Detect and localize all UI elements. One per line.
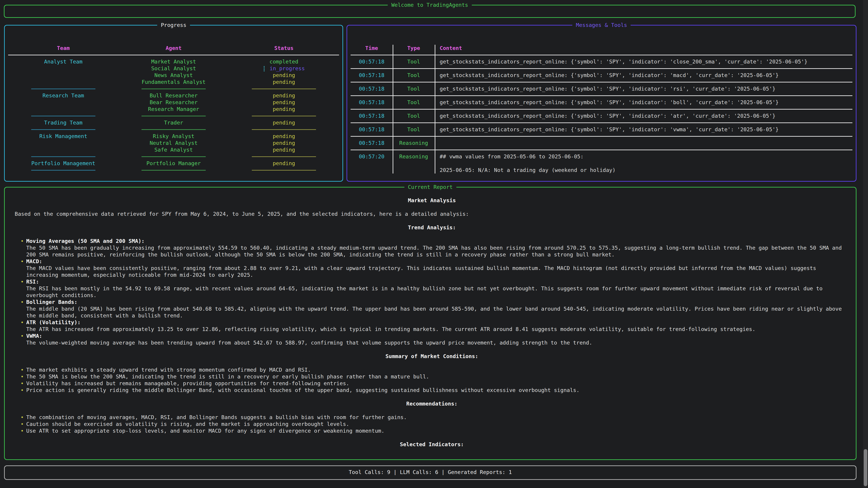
column-header-content: Content bbox=[435, 45, 852, 52]
report-intro: Based on the comprehensive data retrieve… bbox=[15, 210, 849, 217]
group-separator bbox=[8, 129, 119, 130]
messages-table: Time Type Content 00:57:18 Tool get_stoc… bbox=[350, 45, 852, 173]
scrollbar-thumb[interactable] bbox=[864, 449, 867, 486]
message-content: get_stockstats_indicators_report_online:… bbox=[435, 72, 852, 78]
status-badge: completed bbox=[270, 58, 298, 65]
bullet-item: •RSI:The RSI has been mostly in the 54.9… bbox=[15, 278, 849, 299]
message-time: 00:57:18 bbox=[350, 126, 393, 133]
message-type: Tool bbox=[393, 126, 435, 133]
bullet-item: •Bollinger Bands:The middle band (20 SMA… bbox=[15, 299, 849, 319]
bullet-item: •ATR (Volatility):The ATR has increased … bbox=[15, 319, 849, 332]
status-badge: pending bbox=[273, 119, 295, 126]
group-separator bbox=[229, 129, 339, 130]
section-heading-recommendations: Recommendations: bbox=[15, 400, 849, 407]
agent-label: Bear Researcher bbox=[150, 99, 197, 106]
status-badge: pending bbox=[273, 78, 295, 86]
status-badge: pending bbox=[273, 106, 295, 112]
status-badge: ⡇in_progress bbox=[263, 65, 305, 72]
trend-bullet-list: •Moving Averages (50 SMA and 200 SMA):Th… bbox=[15, 238, 849, 346]
column-header-status: Status bbox=[274, 45, 293, 52]
row-separator bbox=[350, 82, 852, 83]
section-heading-trend: Trend Analysis: bbox=[15, 224, 849, 231]
message-content: get_stockstats_indicators_report_online:… bbox=[435, 58, 852, 65]
status-badge: pending bbox=[273, 140, 295, 147]
message-content: get_stockstats_indicators_report_online:… bbox=[435, 112, 852, 119]
agent-label: Bull Researcher bbox=[150, 92, 197, 99]
bullet-item: •MACD:The MACD values have been consiste… bbox=[15, 258, 849, 278]
row-separator bbox=[350, 109, 852, 109]
scrollbar-track[interactable] bbox=[863, 0, 868, 488]
group-separator bbox=[229, 170, 339, 170]
message-type: Tool bbox=[393, 99, 435, 106]
group-separator bbox=[119, 89, 229, 89]
row-separator bbox=[350, 68, 852, 69]
bullet-item: •The combination of moving averages, MAC… bbox=[15, 414, 849, 421]
message-type: Reasoning bbox=[393, 153, 435, 160]
agent-label: Safe Analyst bbox=[154, 147, 193, 153]
message-time: 00:57:20 bbox=[350, 153, 393, 160]
message-content: get_stockstats_indicators_report_online:… bbox=[435, 126, 852, 133]
row-separator bbox=[350, 123, 852, 123]
column-header-type: Type bbox=[393, 45, 435, 52]
bullet-item: •Caution should be exercised as volatili… bbox=[15, 421, 849, 427]
message-time: 00:57:18 bbox=[350, 99, 393, 106]
stats-bar: Tool Calls: 9 | LLM Calls: 6 | Generated… bbox=[4, 465, 857, 480]
agent-label: Research Manager bbox=[148, 106, 199, 112]
group-separator bbox=[229, 116, 339, 116]
summary-bullet-list: •The market exhibits a steady upward tre… bbox=[15, 366, 849, 394]
agent-label: Social Analyst bbox=[151, 65, 196, 72]
header-separator bbox=[8, 55, 339, 55]
message-type: Tool bbox=[393, 112, 435, 119]
team-label: Risk Management bbox=[39, 133, 87, 140]
bullet-item: •Use ATR to set appropriate stop-loss le… bbox=[15, 427, 849, 434]
bullet-item: •The 50 SMA is below the 200 SMA, indica… bbox=[15, 373, 849, 380]
messages-panel: Messages & Tools Time Type Content 00:57… bbox=[346, 25, 857, 182]
report-heading: Market Analysis bbox=[15, 197, 849, 204]
message-type: Tool bbox=[393, 72, 435, 78]
welcome-title: Welcome to TradingAgents bbox=[388, 2, 472, 8]
row-separator bbox=[350, 55, 852, 55]
agent-label: News Analyst bbox=[154, 72, 193, 78]
row-separator bbox=[350, 95, 852, 96]
stats-text: Tool Calls: 9 | LLM Calls: 6 | Generated… bbox=[5, 466, 856, 478]
bullet-item: •Price action is generally riding the mi… bbox=[15, 387, 849, 394]
group-separator bbox=[8, 170, 119, 170]
column-divider bbox=[435, 45, 435, 173]
column-header-time: Time bbox=[350, 45, 393, 52]
message-type: Tool bbox=[393, 58, 435, 65]
group-separator bbox=[8, 89, 119, 89]
group-separator bbox=[119, 129, 229, 130]
agent-label: Market Analyst bbox=[151, 58, 196, 65]
report-panel: Current Report Market Analysis Based on … bbox=[4, 187, 857, 460]
progress-panel: Progress Team Agent Status Analyst Team … bbox=[4, 25, 343, 182]
message-type: Tool bbox=[393, 86, 435, 92]
group-separator bbox=[8, 156, 119, 157]
report-body: Market Analysis Based on the comprehensi… bbox=[15, 197, 849, 455]
welcome-panel: Welcome to TradingAgents bbox=[4, 5, 856, 18]
message-time: 00:57:18 bbox=[350, 140, 393, 147]
row-separator bbox=[350, 150, 852, 150]
message-time: 00:57:18 bbox=[350, 86, 393, 92]
message-time: 00:57:18 bbox=[350, 58, 393, 65]
progress-panel-title: Progress bbox=[157, 22, 190, 29]
column-divider bbox=[393, 45, 393, 173]
section-heading-summary: Summary of Market Conditions: bbox=[15, 353, 849, 360]
bullet-item: •Moving Averages (50 SMA and 200 SMA):Th… bbox=[15, 238, 849, 258]
team-label: Trading Team bbox=[44, 119, 83, 126]
team-label: Analyst Team bbox=[44, 58, 83, 65]
agent-label: Neutral Analyst bbox=[150, 140, 197, 147]
messages-panel-title: Messages & Tools bbox=[572, 22, 631, 29]
agent-label: Fundamentals Analyst bbox=[142, 78, 206, 86]
report-panel-title: Current Report bbox=[404, 184, 456, 191]
status-badge: pending bbox=[273, 160, 295, 167]
agent-label: Portfolio Manager bbox=[147, 160, 201, 167]
message-content: ## vwma values from 2025-05-06 to 2025-0… bbox=[435, 153, 852, 173]
column-header-agent: Agent bbox=[166, 45, 182, 52]
progress-table: Team Agent Status Analyst Team Market An… bbox=[8, 45, 339, 173]
status-badge: pending bbox=[273, 147, 295, 153]
group-separator bbox=[8, 116, 119, 116]
agent-label: Risky Analyst bbox=[153, 133, 194, 140]
team-label: Portfolio Management bbox=[31, 160, 95, 167]
group-separator bbox=[119, 156, 229, 157]
message-time: 00:57:18 bbox=[350, 72, 393, 78]
